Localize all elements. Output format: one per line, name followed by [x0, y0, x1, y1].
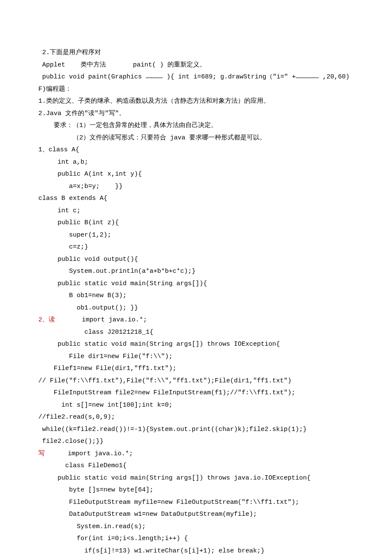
fill-in-blank — [296, 71, 319, 78]
text-segment: ,20,60) — [319, 73, 349, 81]
text-segment: file2.close();}} — [38, 438, 104, 445]
document-page: 2.下面是用户程序对 Applet 类中方法 paint( ) 的重新定义。 p… — [0, 0, 392, 555]
document-line: file2.close();}} — [38, 436, 354, 448]
fill-in-blank — [146, 71, 163, 78]
document-line: public static void main(String args[]){ — [38, 278, 354, 290]
text-segment: File dir1=new File("f:\\"); — [38, 353, 173, 360]
text-segment: // File("f:\\ff1.txt"),File("f:\\","ff1.… — [38, 377, 291, 384]
document-line: for(int i=0;i<s.length;i++) { — [38, 533, 354, 545]
text-segment: c=z;} — [38, 243, 88, 251]
document-line: if(s[i]!=13) w1.writeChar(s[i]+1); else … — [38, 545, 354, 555]
document-line: while((k=file2.read())!=-1){System.out.p… — [38, 424, 354, 436]
text-segment: if(s[i]!=13) w1.writeChar(s[i]+1); else … — [38, 547, 265, 555]
document-line: FileOutputStream myfile=new FileOutputSt… — [38, 497, 354, 509]
text-segment: B ob1=new B(3); — [38, 292, 127, 299]
document-line: DataOutputStream w1=new DataOutputStream… — [38, 509, 354, 521]
text-segment: int s[]=new int[100];int k=0; — [38, 402, 173, 409]
document-line: 写 import java.io.*; — [38, 448, 354, 460]
text-segment: FileInputStream file2=new FileInputStrea… — [38, 389, 295, 396]
document-line: FileInputStream file2=new FileInputStrea… — [38, 387, 354, 399]
document-line: byte []s=new byte[64]; — [38, 484, 354, 497]
document-line: //file2.read(s,0,9); — [38, 411, 354, 424]
text-segment: public B(int z){ — [38, 219, 119, 226]
text-segment: F)编程题： — [38, 86, 72, 93]
text-segment: class B extends A{ — [38, 195, 107, 202]
text-segment: 1.类的定义、子类的继承、构造函数以及方法（含静态方法和对象方法）的应用。 — [38, 98, 270, 105]
document-line: B ob1=new B(3); — [38, 290, 354, 302]
document-line: int a,b; — [38, 156, 354, 169]
text-segment: Filef1=new File(dir1,"ff1.txt"); — [38, 365, 176, 372]
document-line: 要求：（1）一定包含异常的处理，具体方法由自己决定。 — [38, 120, 354, 132]
text-segment: 2、读 — [38, 316, 55, 324]
document-line: class B extends A{ — [38, 193, 354, 205]
text-segment: DataOutputStream w1=new DataOutputStream… — [38, 511, 257, 518]
text-segment: public static void main(String args[]) t… — [38, 474, 311, 482]
text-segment: a=x;b=y; }} — [38, 183, 123, 190]
text-segment: 写 — [38, 450, 45, 457]
text-segment: class J20121218_1{ — [38, 329, 153, 336]
text-segment: public void output(){ — [38, 256, 138, 263]
document-line: public A(int x,int y){ — [38, 168, 354, 181]
document-line: c=z;} — [38, 241, 354, 254]
text-segment: 2.下面是用户程序对 — [38, 49, 101, 56]
text-segment: public static void main(String args[]){ — [38, 280, 207, 287]
document-line: System.out.println(a*a+b*b+c*c);} — [38, 266, 354, 278]
text-segment: while((k=file2.read())!=-1){System.out.p… — [38, 426, 307, 433]
text-segment: 要求：（1）一定包含异常的处理，具体方法由自己决定。 — [38, 122, 217, 129]
text-segment: 1、class A{ — [38, 146, 79, 153]
text-segment: FileOutputStream myfile=new FileOutputSt… — [38, 499, 299, 506]
text-segment: import java.io.*; — [55, 316, 147, 324]
text-segment: //file2.read(s,0,9); — [38, 413, 115, 421]
text-segment: System.in.read(s); — [38, 523, 146, 530]
document-line: ob1.output(); }} — [38, 302, 354, 315]
text-segment: System.out.println(a*a+b*b+c*c);} — [38, 268, 196, 275]
document-line: File dir1=new File("f:\\"); — [38, 351, 354, 363]
text-segment: class FileDemo1{ — [38, 462, 127, 469]
document-line: Filef1=new File(dir1,"ff1.txt"); — [38, 363, 354, 375]
text-segment: ){ int i=689; g.drawString（"i=" + — [163, 73, 296, 81]
document-line: public void output(){ — [38, 254, 354, 266]
text-segment: ob1.output(); }} — [38, 304, 138, 312]
text-segment: import java.io.*; — [45, 450, 133, 457]
text-segment: int a,b; — [38, 159, 88, 166]
document-line: F)编程题： — [38, 84, 354, 96]
document-line: 2、读 import java.io.*; — [38, 314, 354, 327]
document-line: a=x;b=y; }} — [38, 181, 354, 193]
document-line: int c; — [38, 205, 354, 217]
text-segment: public void paint(Graphics — [38, 73, 146, 81]
document-line: super(1,2); — [38, 229, 354, 242]
document-line: （2）文件的读写形式：只要符合 java 要求哪一种形式都是可以。 — [38, 132, 354, 145]
document-line: int s[]=new int[100];int k=0; — [38, 399, 354, 412]
text-segment: 2.Java 文件的"读"与"写"。 — [38, 110, 125, 117]
text-segment: for(int i=0;i<s.length;i++) { — [38, 535, 188, 542]
document-line: public void paint(Graphics ){ int i=689;… — [38, 71, 354, 84]
text-segment: Applet 类中方法 paint( ) 的重新定义。 — [38, 61, 206, 69]
text-segment: super(1,2); — [38, 231, 111, 239]
document-line: class FileDemo1{ — [38, 460, 354, 472]
text-segment: （2）文件的读写形式：只要符合 java 要求哪一种形式都是可以。 — [38, 134, 266, 142]
document-line: 1、class A{ — [38, 144, 354, 156]
document-line: Applet 类中方法 paint( ) 的重新定义。 — [38, 59, 354, 72]
text-segment: public A(int x,int y){ — [38, 171, 142, 178]
document-line: public static void main(String args[]) t… — [38, 338, 354, 351]
document-line: 2.下面是用户程序对 — [38, 47, 354, 59]
document-line: class J20121218_1{ — [38, 327, 354, 339]
document-line: public static void main(String args[]) t… — [38, 472, 354, 485]
text-segment: byte []s=new byte[64]; — [38, 486, 153, 494]
document-line: // File("f:\\ff1.txt"),File("f:\\","ff1.… — [38, 375, 354, 387]
document-line: public B(int z){ — [38, 217, 354, 229]
text-segment: int c; — [38, 207, 81, 214]
text-segment: public static void main(String args[]) t… — [38, 341, 280, 348]
document-line: 2.Java 文件的"读"与"写"。 — [38, 108, 354, 120]
document-line: System.in.read(s); — [38, 521, 354, 533]
document-line: 1.类的定义、子类的继承、构造函数以及方法（含静态方法和对象方法）的应用。 — [38, 95, 354, 108]
